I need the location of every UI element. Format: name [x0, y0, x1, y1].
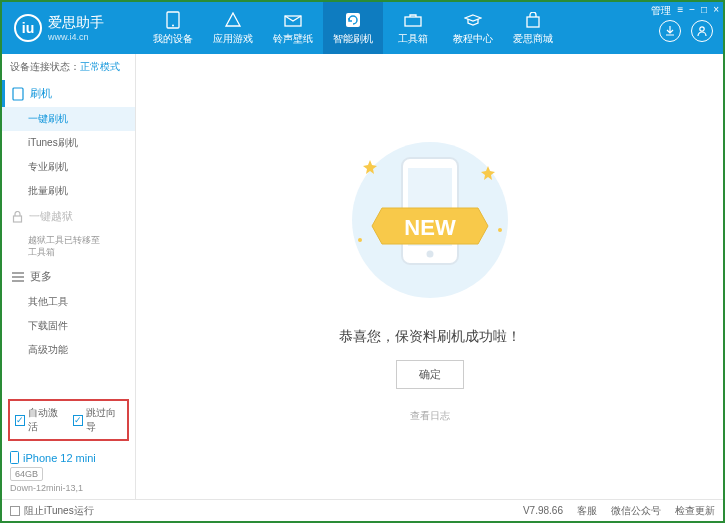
device-info[interactable]: iPhone 12 mini 64GB Down-12mini-13,1	[2, 445, 135, 499]
checkbox-checked-icon: ✓	[15, 415, 25, 426]
nav-label: 智能刷机	[333, 32, 373, 46]
device-icon	[164, 11, 182, 29]
checkbox-label: 自动激活	[28, 406, 64, 434]
close-icon[interactable]: ×	[713, 4, 719, 18]
nav-store[interactable]: 爱思商城	[503, 2, 563, 54]
section-title: 刷机	[30, 86, 52, 101]
user-icon[interactable]	[691, 20, 713, 42]
nav-label: 爱思商城	[513, 32, 553, 46]
svg-point-1	[172, 24, 174, 26]
nav: 我的设备 应用游戏 铃声壁纸 智能刷机 工具箱 教程中心 爱思商城	[143, 2, 723, 54]
download-icon[interactable]	[659, 20, 681, 42]
auto-activate-checkbox[interactable]: ✓ 自动激活	[15, 406, 65, 434]
nav-ringtone[interactable]: 铃声壁纸	[263, 2, 323, 54]
header: iu 爱思助手 www.i4.cn 我的设备 应用游戏 铃声壁纸 智能刷机 工具…	[2, 2, 723, 54]
success-illustration: NEW	[330, 130, 530, 310]
svg-point-6	[700, 27, 704, 31]
sidebar-item-batch-flash[interactable]: 批量刷机	[28, 179, 135, 203]
tutorial-icon	[464, 11, 482, 29]
lock-icon	[12, 211, 23, 223]
success-message: 恭喜您，保资料刷机成功啦！	[339, 328, 521, 346]
support-link[interactable]: 客服	[577, 504, 597, 518]
sidebar-item-pro-flash[interactable]: 专业刷机	[28, 155, 135, 179]
svg-rect-8	[14, 216, 22, 222]
checkbox-checked-icon: ✓	[73, 415, 83, 426]
app-name: 爱思助手	[48, 14, 104, 32]
apps-icon	[224, 11, 242, 29]
options-highlight: ✓ 自动激活 ✓ 跳过向导	[8, 399, 129, 441]
connection-status: 设备连接状态：正常模式	[2, 54, 135, 80]
logo-icon: iu	[14, 14, 42, 42]
sidebar-item-download-firmware[interactable]: 下载固件	[28, 314, 135, 338]
jailbreak-note: 越狱工具已转移至 工具箱	[28, 230, 135, 263]
version-label: V7.98.66	[523, 505, 563, 516]
checkbox-label: 阻止iTunes运行	[24, 504, 94, 518]
maximize-icon[interactable]: □	[701, 4, 707, 18]
sidebar: 设备连接状态：正常模式 刷机 一键刷机 iTunes刷机 专业刷机 批量刷机 一…	[2, 54, 136, 499]
main-content: NEW 恭喜您，保资料刷机成功啦！ 确定 查看日志	[136, 54, 723, 499]
status-label: 设备连接状态：	[10, 61, 80, 72]
device-model: Down-12mini-13,1	[10, 483, 127, 493]
status-value: 正常模式	[80, 61, 120, 72]
nav-my-device[interactable]: 我的设备	[143, 2, 203, 54]
phone-icon	[10, 451, 19, 464]
section-jailbreak[interactable]: 一键越狱	[2, 203, 135, 230]
checkbox-label: 跳过向导	[86, 406, 122, 434]
sidebar-item-oneclick-flash[interactable]: 一键刷机	[2, 107, 135, 131]
svg-rect-9	[11, 452, 19, 464]
nav-label: 教程中心	[453, 32, 493, 46]
sidebar-item-itunes-flash[interactable]: iTunes刷机	[28, 131, 135, 155]
skip-guide-checkbox[interactable]: ✓ 跳过向导	[73, 406, 123, 434]
nav-flash[interactable]: 智能刷机	[323, 2, 383, 54]
section-title: 一键越狱	[29, 209, 73, 224]
store-icon	[524, 11, 542, 29]
section-more[interactable]: 更多	[2, 263, 135, 290]
checkbox-unchecked-icon	[10, 506, 20, 516]
logo: iu 爱思助手 www.i4.cn	[2, 14, 143, 42]
nav-toolbox[interactable]: 工具箱	[383, 2, 443, 54]
more-icon	[12, 272, 24, 282]
svg-rect-7	[13, 88, 23, 100]
new-banner-text: NEW	[404, 215, 456, 240]
svg-rect-4	[405, 17, 421, 26]
svg-rect-5	[527, 17, 539, 27]
device-storage: 64GB	[10, 467, 43, 481]
nav-label: 我的设备	[153, 32, 193, 46]
svg-point-15	[358, 238, 362, 242]
check-update-link[interactable]: 检查更新	[675, 504, 715, 518]
toolbox-icon	[404, 11, 422, 29]
nav-apps[interactable]: 应用游戏	[203, 2, 263, 54]
svg-rect-3	[346, 13, 360, 27]
flash-section-icon	[12, 87, 24, 101]
section-flash[interactable]: 刷机	[2, 80, 135, 107]
app-domain: www.i4.cn	[48, 32, 104, 42]
device-name: iPhone 12 mini	[10, 451, 127, 464]
block-itunes-checkbox[interactable]: 阻止iTunes运行	[10, 504, 94, 518]
sidebar-item-other-tools[interactable]: 其他工具	[28, 290, 135, 314]
nav-label: 工具箱	[398, 32, 428, 46]
section-title: 更多	[30, 269, 52, 284]
nav-label: 铃声壁纸	[273, 32, 313, 46]
svg-point-14	[498, 228, 502, 232]
ringtone-icon	[284, 11, 302, 29]
sidebar-item-advanced[interactable]: 高级功能	[28, 338, 135, 362]
wechat-link[interactable]: 微信公众号	[611, 504, 661, 518]
svg-point-13	[426, 251, 433, 258]
nav-label: 应用游戏	[213, 32, 253, 46]
confirm-button[interactable]: 确定	[396, 360, 464, 389]
view-log-link[interactable]: 查看日志	[410, 409, 450, 423]
flash-icon	[344, 11, 362, 29]
nav-tutorial[interactable]: 教程中心	[443, 2, 503, 54]
minimize-icon[interactable]: −	[689, 4, 695, 18]
titlebar-manage[interactable]: 管理	[651, 4, 671, 18]
footer: 阻止iTunes运行 V7.98.66 客服 微信公众号 检查更新	[2, 499, 723, 521]
titlebar-menu-icon[interactable]: ≡	[677, 4, 683, 18]
